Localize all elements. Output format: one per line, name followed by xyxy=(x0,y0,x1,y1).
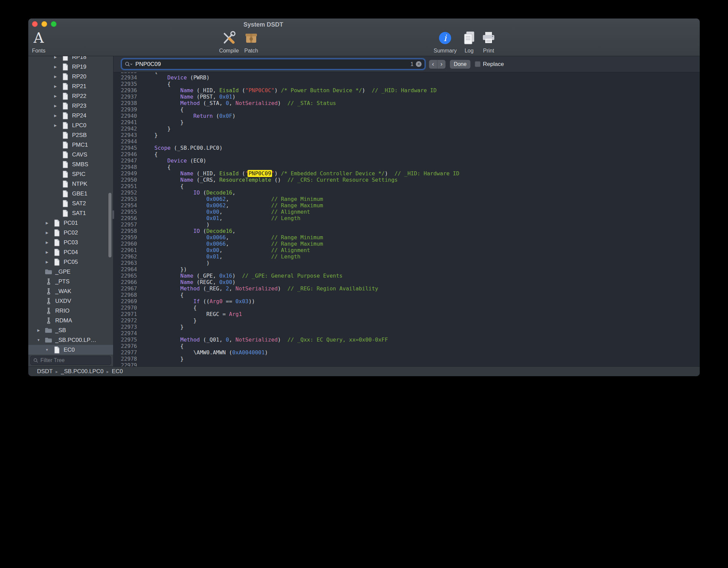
sidebar-tree[interactable]: ▶RP18▶RP19▶RP20▶RP21▶RP22▶RP23▶RP24▶LPC0… xyxy=(28,56,113,356)
disclosure-collapsed-icon[interactable]: ▶ xyxy=(44,221,50,225)
minimize-button[interactable] xyxy=(41,21,47,27)
clear-search-icon[interactable]: ✕ xyxy=(416,61,422,67)
tree-item-label: _WAK xyxy=(55,288,71,295)
tree-item-rp21[interactable]: ▶RP21 xyxy=(28,81,113,91)
line-number: 22963 xyxy=(113,260,141,266)
code-line: 22935 { xyxy=(113,81,700,87)
disclosure-collapsed-icon[interactable]: ▶ xyxy=(36,328,41,332)
line-number: 22948 xyxy=(113,164,141,170)
tree-item-rp24[interactable]: ▶RP24 xyxy=(28,111,113,120)
tree-item-rp18[interactable]: ▶RP18 xyxy=(28,56,113,62)
disclosure-collapsed-icon[interactable]: ▶ xyxy=(53,123,58,127)
method-icon xyxy=(44,288,53,295)
tree-item-sat2[interactable]: SAT2 xyxy=(28,199,113,208)
toolbar-patch-button[interactable]: Patch xyxy=(244,30,258,54)
toolbar-summary-button[interactable]: i Summary xyxy=(434,30,457,54)
search-input[interactable]: PNP0C09 xyxy=(135,61,408,68)
tree-item-rp20[interactable]: ▶RP20 xyxy=(28,72,113,81)
code-line-text: Method (_STA, 0, NotSerialized) // _STA:… xyxy=(141,100,336,106)
pane-splitter-handle[interactable] xyxy=(112,210,114,219)
disclosure-collapsed-icon[interactable]: ▶ xyxy=(44,231,50,235)
tree-item-label: PC02 xyxy=(64,229,78,236)
zoom-button[interactable] xyxy=(51,21,57,27)
find-next-button[interactable]: › xyxy=(437,60,445,69)
sidebar-scrollbar[interactable] xyxy=(108,193,111,257)
tree-item-pc02[interactable]: ▶PC02 xyxy=(28,228,113,238)
tree-item--gpe[interactable]: _GPE xyxy=(28,267,113,277)
tree-item-pc03[interactable]: ▶PC03 xyxy=(28,238,113,247)
tree-item--pts[interactable]: _PTS xyxy=(28,277,113,286)
tree-item-smbs[interactable]: SMBS xyxy=(28,159,113,169)
disclosure-collapsed-icon[interactable]: ▶ xyxy=(53,75,58,78)
tree-item-cavs[interactable]: CAVS xyxy=(28,150,113,159)
tree-item-gbe1[interactable]: GBE1 xyxy=(28,189,113,199)
code-line: 22942 } xyxy=(113,126,700,132)
code-line: 22952 IO (Decode16, xyxy=(113,189,700,196)
tree-item-label: _PTS xyxy=(55,278,70,285)
disclosure-collapsed-icon[interactable]: ▶ xyxy=(44,241,50,244)
line-number: 22944 xyxy=(113,138,141,145)
tree-item-rdma[interactable]: RDMA xyxy=(28,316,113,325)
toolbar-print-button[interactable]: Print xyxy=(481,30,496,54)
breadcrumb-item[interactable]: DSDT xyxy=(37,368,53,375)
find-previous-button[interactable]: ‹ xyxy=(429,60,437,69)
search-magnifier-icon[interactable] xyxy=(125,62,133,67)
toolbar-fonts-button[interactable]: A Fonts xyxy=(32,30,45,54)
breadcrumb-item[interactable]: EC0 xyxy=(112,368,123,375)
tree-item-rp19[interactable]: ▶RP19 xyxy=(28,62,113,72)
disclosure-expanded-icon[interactable]: ▼ xyxy=(36,338,41,342)
line-number: 22938 xyxy=(113,100,141,106)
disclosure-collapsed-icon[interactable]: ▶ xyxy=(53,94,58,98)
disclosure-collapsed-icon[interactable]: ▶ xyxy=(53,104,58,108)
toolbar-log-button[interactable]: Log xyxy=(462,30,476,54)
tree-item-ntpk[interactable]: NTPK xyxy=(28,179,113,189)
code-line: 22946 { xyxy=(113,151,700,157)
disclosure-expanded-icon[interactable]: ▼ xyxy=(44,348,50,352)
replace-option: Replace xyxy=(475,61,504,68)
line-number: 22958 xyxy=(113,228,141,234)
tree-item-pc05[interactable]: ▶PC05 xyxy=(28,257,113,267)
tree-item-ec0[interactable]: ▼EC0 xyxy=(28,345,113,355)
replace-checkbox[interactable] xyxy=(475,61,481,67)
doc-icon xyxy=(61,171,69,178)
tree-item-pc01[interactable]: ▶PC01 xyxy=(28,218,113,228)
close-button[interactable] xyxy=(32,21,38,27)
tree-item-uxdv[interactable]: UXDV xyxy=(28,296,113,306)
code-line: 22963 ) xyxy=(113,260,700,266)
tree-item-spic[interactable]: SPIC xyxy=(28,169,113,179)
tree-item-lpc0[interactable]: ▶LPC0 xyxy=(28,120,113,130)
tree-item-rp23[interactable]: ▶RP23 xyxy=(28,101,113,111)
disclosure-collapsed-icon[interactable]: ▶ xyxy=(44,260,50,264)
tree-item-pc04[interactable]: ▶PC04 xyxy=(28,247,113,257)
tree-item-rrio[interactable]: RRIO xyxy=(28,306,113,316)
disclosure-collapsed-icon[interactable]: ▶ xyxy=(44,250,50,254)
code-line-text: } xyxy=(141,126,171,132)
breadcrumb-item[interactable]: _SB.PC00.LPC0 xyxy=(61,368,104,375)
doc-icon xyxy=(61,73,69,80)
filter-tree-field[interactable]: Filter Tree xyxy=(30,356,111,365)
disclosure-collapsed-icon[interactable]: ▶ xyxy=(53,56,58,59)
disclosure-collapsed-icon[interactable]: ▶ xyxy=(53,84,58,88)
code-line: 22934 Device (PWRB) xyxy=(113,74,700,81)
tree-item--wak[interactable]: _WAK xyxy=(28,286,113,296)
print-icon xyxy=(481,30,496,46)
tree-item--sb[interactable]: ▶_SB xyxy=(28,325,113,335)
tree-item-rp22[interactable]: ▶RP22 xyxy=(28,91,113,101)
line-number: 22956 xyxy=(113,215,141,221)
toolbar-compile-button[interactable]: Compile xyxy=(219,30,239,54)
tree-item-label: SMBS xyxy=(72,161,88,168)
app-window: System DSDT A Fonts Compile xyxy=(28,19,700,376)
code-line-text: { xyxy=(141,343,184,349)
tree-item-label: RP23 xyxy=(72,103,87,109)
tree-item-pmc1[interactable]: PMC1 xyxy=(28,140,113,150)
breadcrumb-separator-icon: ▸ xyxy=(106,369,109,374)
disclosure-collapsed-icon[interactable]: ▶ xyxy=(53,114,58,117)
code-editor[interactable]: 22933 {22934 Device (PWRB)22935 {22936 N… xyxy=(113,72,700,367)
done-button[interactable]: Done xyxy=(450,60,470,69)
disclosure-collapsed-icon[interactable]: ▶ xyxy=(53,65,58,69)
search-field[interactable]: PNP0C09 1 ✕ xyxy=(122,59,425,69)
tree-item-sat1[interactable]: SAT1 xyxy=(28,208,113,218)
tree-item--sb-pc00-lp-[interactable]: ▼_SB.PC00.LP… xyxy=(28,335,113,345)
tree-item-p2sb[interactable]: P2SB xyxy=(28,130,113,140)
code-line-text: ) xyxy=(141,260,209,266)
